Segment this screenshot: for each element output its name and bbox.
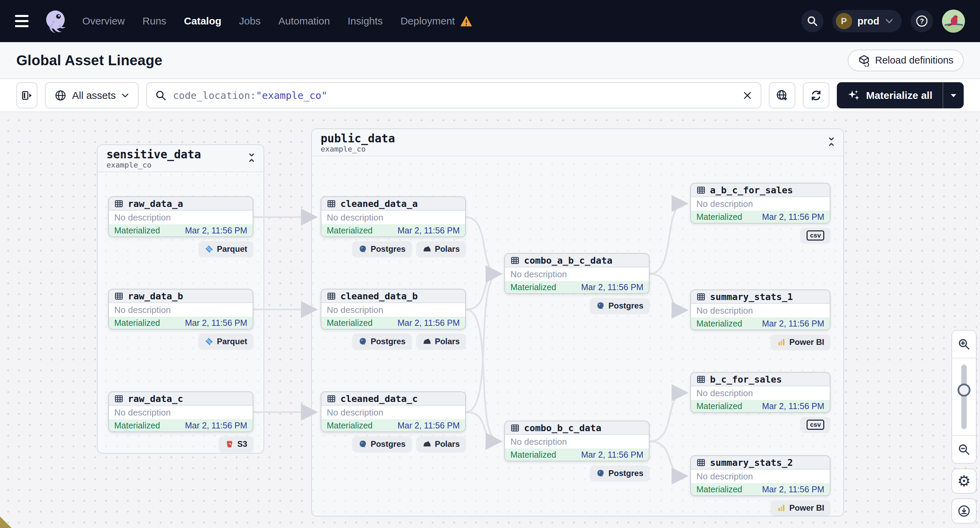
lineage-canvas[interactable]: sensitive_data example_co public_data ex… (0, 112, 980, 528)
asset-node-summary-stats-1[interactable]: summary_stats_1 No description Materiali… (690, 290, 830, 330)
asset-status-row: Materialized Mar 2, 11:56 PM (691, 400, 830, 412)
user-avatar[interactable] (942, 10, 965, 33)
zoom-out-button[interactable] (952, 436, 976, 463)
asset-node-cleaned-data-a[interactable]: cleaned_data_a No description Materializ… (321, 197, 466, 237)
asset-status-row: Materialized Mar 2, 11:56 PM (691, 317, 830, 330)
powerbi-icon (777, 504, 786, 512)
materialization-timestamp[interactable]: Mar 2, 11:56 PM (762, 212, 824, 222)
asset-status-row: Materialized Mar 2, 11:56 PM (321, 224, 465, 236)
materialize-all-button[interactable]: Materialize all (837, 82, 964, 108)
svg-text:?: ? (920, 17, 924, 25)
environment-switcher[interactable]: P prod (832, 10, 902, 32)
asset-node-raw-data-b[interactable]: raw_data_b No description Materialized M… (108, 289, 253, 330)
new-asset-group-button[interactable] (769, 82, 795, 108)
asset-node-b-c-for-sales[interactable]: b_c_for_sales No description Materialize… (690, 372, 830, 413)
materialization-timestamp[interactable]: Mar 2, 11:56 PM (185, 225, 247, 235)
kind-tag-powerbi[interactable]: Power BI (771, 335, 830, 350)
reload-definitions-button[interactable]: Reload definitions (848, 49, 964, 71)
global-search-button[interactable] (801, 10, 824, 32)
status-badge: Materialized (511, 282, 556, 292)
kind-tag-postgres[interactable]: Postgres (352, 334, 412, 349)
asset-status-row: Materialized Mar 2, 11:56 PM (321, 317, 465, 329)
asset-node-summary-stats-2[interactable]: summary_stats_2 No description Materiali… (690, 455, 830, 496)
materialization-timestamp[interactable]: Mar 2, 11:56 PM (762, 319, 824, 328)
table-icon (697, 292, 706, 301)
graph-settings-button[interactable]: ⚙ (951, 469, 977, 494)
zoom-slider-thumb[interactable] (958, 384, 970, 396)
kind-tag-polars[interactable]: Polars (417, 436, 466, 452)
nav-item-catalog[interactable]: Catalog (184, 15, 221, 27)
download-image-button[interactable] (951, 498, 977, 523)
help-button[interactable]: ? (911, 10, 933, 32)
asset-description: No description (109, 303, 253, 317)
materialization-timestamp[interactable]: Mar 2, 11:56 PM (185, 318, 247, 328)
materialization-timestamp[interactable]: Mar 2, 11:56 PM (762, 401, 824, 411)
asset-node-raw-data-a[interactable]: raw_data_a No description Materialized M… (108, 197, 253, 237)
asset-description: No description (109, 211, 253, 224)
materialization-timestamp[interactable]: Mar 2, 11:56 PM (398, 225, 460, 235)
status-badge: Materialized (697, 401, 742, 411)
materialization-timestamp[interactable]: Mar 2, 11:56 PM (398, 421, 460, 430)
status-badge: Materialized (114, 421, 160, 430)
asset-description: No description (691, 197, 830, 211)
download-icon (957, 504, 971, 518)
asset-search-input[interactable]: code_location:"example_co" (146, 82, 761, 108)
asset-node-raw-data-c[interactable]: raw_data_c No description Materialized M… (108, 392, 253, 432)
refresh-graph-button[interactable] (803, 82, 829, 108)
nav-item-jobs[interactable]: Jobs (239, 15, 261, 27)
menu-icon[interactable] (15, 15, 30, 27)
materialize-options-caret[interactable] (943, 82, 964, 108)
kind-tag-postgres[interactable]: Postgres (590, 466, 649, 481)
search-query-key: code_location: (173, 90, 256, 101)
asset-description: No description (691, 469, 830, 483)
asset-node-cleaned-data-b[interactable]: cleaned_data_b No description Materializ… (321, 289, 466, 330)
postgres-icon (596, 301, 605, 310)
sparkles-icon (847, 89, 861, 102)
dagster-logo[interactable] (42, 8, 69, 34)
asset-status-row: Materialized Mar 2, 11:56 PM (505, 449, 649, 461)
clear-search-icon[interactable] (742, 90, 752, 101)
asset-node-combo-a-b-c-data[interactable]: combo_a_b_c_data No description Material… (504, 253, 649, 294)
table-icon (327, 394, 336, 403)
kind-tag-csv[interactable]: csv (800, 417, 830, 433)
materialization-timestamp[interactable]: Mar 2, 11:56 PM (762, 485, 824, 495)
kind-tag-s3[interactable]: S3 (219, 436, 253, 452)
asset-node-combo-b-c-data[interactable]: combo_b_c_data No description Materializ… (504, 421, 649, 461)
asset-node-a-b-c-for-sales[interactable]: a_b_c_for_sales No description Materiali… (690, 183, 830, 224)
status-badge: Materialized (697, 485, 742, 495)
nav-item-deployment[interactable]: Deployment (401, 15, 455, 27)
nav-item-insights[interactable]: Insights (347, 15, 383, 27)
zoom-slider[interactable] (952, 358, 976, 436)
materialization-timestamp[interactable]: Mar 2, 11:56 PM (581, 282, 643, 292)
kind-tag-csv[interactable]: csv (800, 228, 830, 243)
nav-links: Overview Runs Catalog Jobs Automation In… (82, 15, 473, 27)
asset-status-row: Materialized Mar 2, 11:56 PM (109, 224, 253, 236)
asset-description: No description (321, 406, 465, 419)
kind-tag-postgres[interactable]: Postgres (352, 436, 412, 452)
kind-tag-postgres[interactable]: Postgres (352, 241, 412, 257)
status-badge: Materialized (327, 225, 373, 235)
materialization-timestamp[interactable]: Mar 2, 11:56 PM (581, 450, 643, 460)
deployment-warning-icon (460, 15, 473, 27)
nav-item-overview[interactable]: Overview (82, 15, 125, 27)
kind-tag-polars[interactable]: Polars (417, 334, 466, 349)
asset-status-row: Materialized Mar 2, 11:56 PM (321, 419, 465, 431)
kind-tag-parquet[interactable]: Parquet (199, 334, 253, 349)
kind-tag-parquet[interactable]: Parquet (199, 241, 253, 257)
asset-node-cleaned-data-c[interactable]: cleaned_data_c No description Materializ… (321, 392, 466, 432)
kind-tag-postgres[interactable]: Postgres (590, 298, 649, 314)
table-icon (697, 458, 706, 467)
materialization-timestamp[interactable]: Mar 2, 11:56 PM (185, 421, 247, 430)
materialization-timestamp[interactable]: Mar 2, 11:56 PM (398, 318, 460, 328)
kind-tag-polars[interactable]: Polars (417, 241, 466, 257)
nav-item-runs[interactable]: Runs (143, 15, 166, 27)
reload-cube-icon (858, 54, 870, 67)
table-icon (114, 199, 123, 208)
zoom-in-button[interactable] (952, 331, 976, 358)
table-icon (697, 186, 706, 195)
nav-item-automation[interactable]: Automation (278, 15, 330, 27)
chevron-down-icon (121, 93, 129, 98)
asset-scope-dropdown[interactable]: All assets (45, 82, 139, 108)
kind-tag-powerbi[interactable]: Power BI (771, 500, 830, 516)
toggle-sidebar-button[interactable] (16, 82, 37, 108)
